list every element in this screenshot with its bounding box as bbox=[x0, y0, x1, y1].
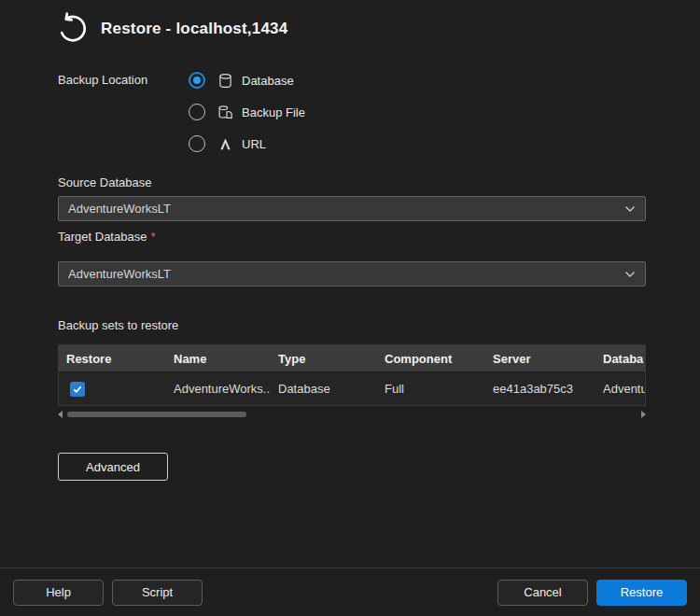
footer-bar: Help Script Cancel Restore bbox=[0, 567, 700, 616]
source-database-dropdown[interactable]: AdventureWorksLT bbox=[58, 196, 646, 221]
scroll-right-arrow-icon[interactable] bbox=[641, 411, 646, 418]
cell-database: Adventu... bbox=[595, 382, 645, 396]
radio-option-url[interactable]: URL bbox=[189, 128, 305, 160]
backup-sets-table: Restore Name Type Component Server Datab… bbox=[58, 344, 646, 406]
source-database-value: AdventureWorksLT bbox=[68, 202, 171, 216]
radio-button-backup-file[interactable] bbox=[189, 104, 205, 120]
url-azure-icon bbox=[217, 136, 233, 152]
chevron-down-icon bbox=[624, 271, 636, 278]
horizontal-scrollbar[interactable] bbox=[58, 409, 646, 420]
cell-name: AdventureWorks... bbox=[166, 382, 271, 396]
advanced-button[interactable]: Advanced bbox=[58, 453, 168, 481]
restore-dialog: Restore - localhost,1434 Backup Location… bbox=[0, 0, 700, 616]
scroll-left-arrow-icon[interactable] bbox=[58, 411, 63, 418]
page-title: Restore - localhost,1434 bbox=[101, 20, 287, 38]
help-button[interactable]: Help bbox=[13, 580, 104, 606]
table-row[interactable]: AdventureWorks... Database Full ee41a3ab… bbox=[59, 371, 645, 405]
backup-location-label: Backup Location bbox=[58, 73, 147, 87]
cell-component: Full bbox=[377, 382, 485, 396]
radio-option-database[interactable]: Database bbox=[189, 64, 305, 96]
table-header-row: Restore Name Type Component Server Datab… bbox=[59, 345, 645, 371]
target-database-dropdown[interactable]: AdventureWorksLT bbox=[58, 261, 646, 287]
backup-sets-label: Backup sets to restore bbox=[58, 318, 178, 332]
restore-checkbox[interactable] bbox=[70, 382, 85, 397]
restore-icon bbox=[54, 11, 90, 47]
restore-button[interactable]: Restore bbox=[596, 580, 687, 606]
script-button[interactable]: Script bbox=[112, 580, 203, 606]
chevron-down-icon bbox=[624, 205, 636, 213]
column-header-name: Name bbox=[166, 352, 271, 366]
radio-label-database: Database bbox=[242, 74, 294, 88]
backup-location-radio-group: Database Backup File URL bbox=[189, 64, 305, 160]
radio-button-url[interactable] bbox=[189, 135, 205, 152]
column-header-component: Component bbox=[377, 352, 485, 366]
cell-server: ee41a3ab75c3 bbox=[485, 382, 595, 396]
radio-button-database[interactable] bbox=[189, 72, 205, 89]
scrollbar-thumb[interactable] bbox=[67, 412, 246, 417]
column-header-type: Type bbox=[271, 352, 377, 366]
column-header-server: Server bbox=[485, 352, 595, 366]
radio-label-url: URL bbox=[242, 137, 266, 151]
column-header-restore: Restore bbox=[59, 352, 166, 366]
database-icon bbox=[217, 73, 233, 89]
cell-type: Database bbox=[271, 382, 377, 396]
column-header-database: Databa bbox=[595, 352, 645, 366]
radio-option-backup-file[interactable]: Backup File bbox=[189, 96, 305, 128]
radio-label-backup-file: Backup File bbox=[242, 105, 305, 119]
target-database-label: Target Database* bbox=[58, 230, 155, 244]
cancel-button[interactable]: Cancel bbox=[497, 580, 588, 606]
target-database-value: AdventureWorksLT bbox=[68, 267, 171, 281]
backup-file-icon bbox=[217, 105, 233, 120]
source-database-label: Source Database bbox=[58, 175, 151, 189]
required-asterisk: * bbox=[150, 230, 155, 244]
dialog-header: Restore - localhost,1434 bbox=[54, 11, 287, 47]
